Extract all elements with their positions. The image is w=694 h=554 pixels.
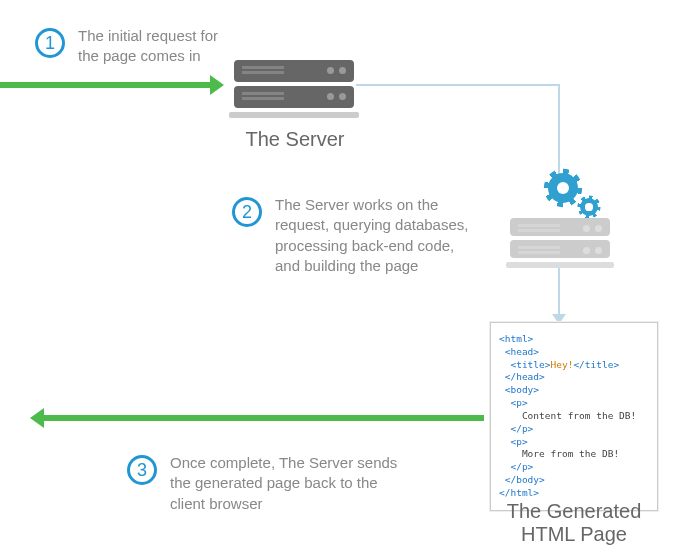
- gear-icon-large: [548, 173, 578, 203]
- arrow-request-in: [0, 82, 210, 88]
- step-2-text: The Server works on the request, queryin…: [275, 195, 485, 276]
- step-1-text: The initial request for the page comes i…: [78, 26, 248, 67]
- gear-icon-small: [580, 198, 598, 216]
- step-1-badge: 1: [35, 28, 65, 58]
- page-p2: More from the DB!: [522, 448, 619, 459]
- page-p1: Content from the DB!: [522, 410, 636, 421]
- step-3-badge: 3: [127, 455, 157, 485]
- step-2-badge: 2: [232, 197, 262, 227]
- step-3-num: 3: [137, 460, 147, 481]
- generated-html-box: <html> <head> <title>Hey!</title> </head…: [490, 322, 658, 511]
- flow-line-h1: [356, 84, 559, 86]
- server-icon: [234, 60, 354, 118]
- flow-line-v2: [558, 268, 560, 314]
- arrow-response-out: [44, 415, 484, 421]
- step-3-text: Once complete, The Server sends the gene…: [170, 453, 420, 514]
- step-2-num: 2: [242, 202, 252, 223]
- generated-caption: The Generated HTML Page: [490, 500, 658, 546]
- server-caption: The Server: [232, 128, 358, 151]
- step-1-num: 1: [45, 33, 55, 54]
- page-title-text: Hey!: [551, 359, 574, 370]
- processing-server-icon: [510, 218, 610, 268]
